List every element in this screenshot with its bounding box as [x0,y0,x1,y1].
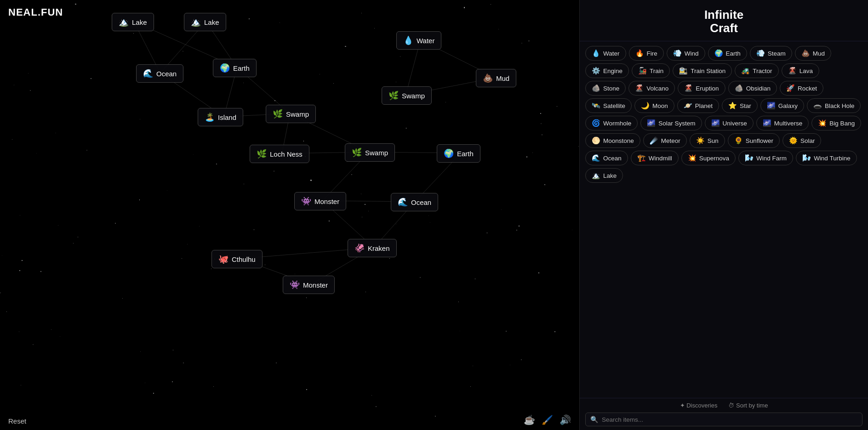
sidebar-item-label-31: Solar [800,137,815,144]
sidebar-item-emoji-30: 🌻 [734,136,743,145]
node-emoji-water: 💧 [403,35,413,45]
sidebar-item-13[interactable]: 🌋Eruption [678,81,725,96]
sidebar-item-emoji-26: 💥 [818,119,827,127]
sidebar-title: Infinite Craft [704,8,743,34]
sidebar-item-5[interactable]: 💩Mud [795,46,831,61]
sidebar-item-21[interactable]: 🕳️Black Hole [807,98,861,113]
node-swamp1[interactable]: 🌿Swamp [266,105,316,123]
sidebar-item-28[interactable]: ☄️Meteor [643,133,687,148]
sidebar-footer: ✦ Discoveries ⏱ Sort by time 🔍 [580,398,868,430]
sidebar-item-35[interactable]: 🌬️Wind Farm [738,151,793,165]
node-island[interactable]: 🏝️Island [198,108,243,126]
sidebar-item-label-30: Sunflower [746,137,773,144]
sidebar-item-31[interactable]: 🌞Solar [782,133,822,148]
sidebar-item-emoji-1: 🔥 [635,49,644,57]
node-earth2[interactable]: 🌍Earth [437,144,480,163]
sidebar-item-32[interactable]: 🌊Ocean [585,151,628,165]
sidebar-item-label-32: Ocean [603,155,622,162]
sidebar-item-emoji-32: 🌊 [592,154,600,162]
coffee-icon[interactable]: ☕ [524,414,535,425]
brush-icon[interactable]: 🖌️ [542,414,553,425]
node-water[interactable]: 💧Water [396,31,441,50]
sidebar-item-20[interactable]: 🌌Galaxy [760,98,804,113]
node-lake2[interactable]: 🏔️Lake [184,13,226,31]
sidebar-item-25[interactable]: 🌌Multiverse [756,116,809,130]
sidebar-item-23[interactable]: 🌌Solar System [640,116,702,130]
sidebar-item-label-13: Eruption [696,85,719,92]
search-input[interactable] [602,416,857,423]
bottom-icons: ☕ 🖌️ 🔊 [524,414,571,425]
sidebar-item-37[interactable]: 🏔️Lake [585,168,623,183]
sidebar-item-label-8: Train Station [691,68,725,74]
items-grid[interactable]: 💧Water🔥Fire💨Wind🌍Earth💨Steam💩Mud⚙️Engine… [580,41,868,398]
sidebar-item-12[interactable]: 🌋Volcano [628,81,675,96]
sidebar-item-label-3: Earth [726,50,741,57]
sidebar-item-emoji-16: 🛰️ [592,102,600,110]
sidebar-item-label-9: Tractor [753,68,772,74]
sidebar-item-label-18: Planet [695,102,713,109]
sidebar-item-4[interactable]: 💨Steam [750,46,792,61]
node-ocean1[interactable]: 🌊Ocean [136,64,183,83]
sidebar-item-36[interactable]: 🌬️Wind Turbine [796,151,857,165]
sidebar-item-emoji-3: 🌍 [714,49,723,57]
reset-button[interactable]: Reset [8,417,26,425]
sidebar-item-29[interactable]: ☀️Sun [690,133,725,148]
sidebar-item-emoji-15: 🚀 [786,84,795,92]
node-label-island: Island [218,113,236,121]
node-lochness[interactable]: 🌿Loch Ness [250,145,309,163]
sidebar-item-34[interactable]: 💥Supernova [681,151,736,165]
sidebar-item-17[interactable]: 🌙Moon [634,98,674,113]
sidebar-item-emoji-37: 🏔️ [592,171,600,180]
sound-icon[interactable]: 🔊 [560,414,571,425]
sidebar-item-label-14: Obsidian [746,85,771,92]
sidebar-item-label-10: Lava [799,68,813,74]
node-kraken[interactable]: 🦑Kraken [348,239,397,257]
sidebar-item-11[interactable]: 🪨Stone [585,81,626,96]
discoveries-link[interactable]: ✦ Discoveries [680,402,718,409]
search-box[interactable]: 🔍 [585,413,862,426]
sidebar-item-16[interactable]: 🛰️Satellite [585,98,632,113]
node-earth1[interactable]: 🌍Earth [213,59,257,77]
sidebar-item-33[interactable]: 🏗️Windmill [631,151,679,165]
sidebar-item-18[interactable]: 🪐Planet [677,98,719,113]
sidebar-item-9[interactable]: 🚜Tractor [735,63,778,78]
node-ocean2[interactable]: 🌊Ocean [391,193,438,211]
node-label-swamp3: Swamp [402,92,425,100]
sidebar-item-8[interactable]: 🚉Train Station [673,63,732,78]
sidebar-item-22[interactable]: 🌀Wormhole [585,116,638,130]
node-monster2[interactable]: 👾Monster [283,276,335,294]
node-emoji-earth2: 🌍 [444,148,454,158]
sidebar-item-10[interactable]: 🌋Lava [782,63,819,78]
sidebar-item-19[interactable]: ⭐Star [722,98,758,113]
sidebar-item-label-21: Black Hole [825,102,855,109]
node-label-earth1: Earth [233,64,250,72]
sort-link[interactable]: ⏱ Sort by time [728,402,768,409]
node-label-kraken: Kraken [368,244,390,252]
sidebar-item-emoji-4: 💨 [756,49,765,57]
node-lake1[interactable]: 🏔️Lake [112,13,154,31]
node-swamp3[interactable]: 🌿Swamp [382,86,432,105]
node-cthulhu[interactable]: 🐙Cthulhu [211,250,263,268]
sidebar-item-7[interactable]: 🚂Train [632,63,670,78]
sidebar-item-26[interactable]: 💥Big Bang [811,116,861,130]
node-label-lochness: Loch Ness [270,150,303,158]
sidebar-item-3[interactable]: 🌍Earth [708,46,747,61]
sidebar-item-27[interactable]: 🌕Moonstone [585,133,640,148]
node-mud[interactable]: 💩Mud [476,69,516,87]
node-label-swamp1: Swamp [286,110,309,118]
canvas-area[interactable]: 🏔️Lake🏔️Lake🌊Ocean🌍Earth🏝️Island🌿Swamp🌿L… [0,0,579,430]
sidebar-item-6[interactable]: ⚙️Engine [585,63,629,78]
sidebar-item-15[interactable]: 🚀Rocket [780,81,823,96]
node-monster1[interactable]: 👾Monster [294,192,346,210]
sidebar-item-24[interactable]: 🌌Universe [705,116,754,130]
footer-links: ✦ Discoveries ⏱ Sort by time [585,402,862,409]
sidebar-item-1[interactable]: 🔥Fire [629,46,664,61]
node-swamp2[interactable]: 🌿Swamp [345,143,395,162]
node-label-ocean1: Ocean [156,70,177,78]
sidebar-item-0[interactable]: 💧Water [585,46,626,61]
sidebar-item-emoji-14: 🪨 [735,84,743,92]
sidebar-item-30[interactable]: 🌻Sunflower [728,133,780,148]
sidebar-item-label-25: Multiverse [774,120,803,127]
sidebar-item-2[interactable]: 💨Wind [667,46,705,61]
sidebar-item-14[interactable]: 🪨Obsidian [728,81,777,96]
